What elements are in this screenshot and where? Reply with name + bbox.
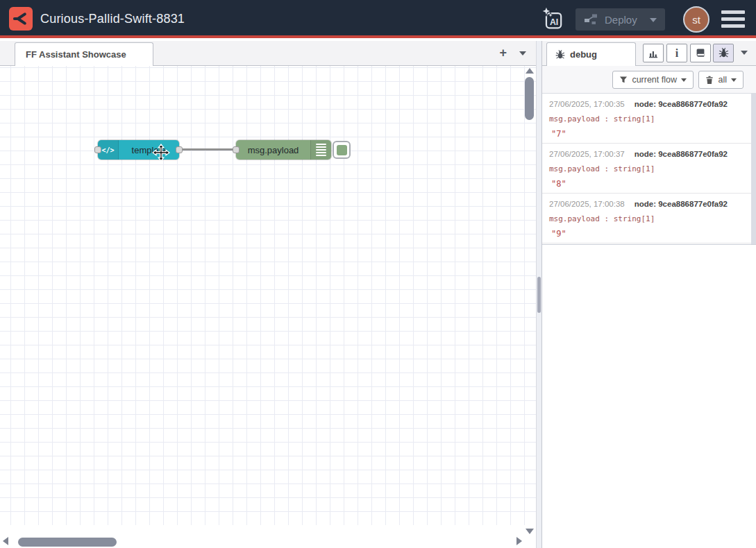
splitter-grip <box>537 277 541 313</box>
debug-message: 27/06/2025, 17:00:38node: 9cea886877e0fa… <box>542 194 756 243</box>
ai-assistant-button[interactable]: AI <box>539 6 567 34</box>
scroll-down-arrow[interactable] <box>526 529 534 534</box>
node-debug[interactable]: msg.payload <box>236 140 331 160</box>
flowfuse-logo[interactable] <box>9 7 33 31</box>
dashboard-tab-button[interactable] <box>643 44 664 62</box>
message-value: "7" <box>549 129 745 139</box>
user-avatar[interactable]: st <box>683 6 709 33</box>
debug-enable-toggle[interactable] <box>333 141 351 159</box>
deploy-options-caret[interactable] <box>650 18 657 22</box>
filter-label: current flow <box>632 75 677 85</box>
flow-canvas[interactable]: </> template msg.payload <box>0 66 536 548</box>
bug-icon <box>555 50 565 60</box>
sidebar-tabs-caret[interactable] <box>741 51 748 55</box>
flow-tab-label: FF Assistant Showcase <box>26 49 126 60</box>
clear-caret <box>731 78 737 82</box>
debug-list-icon <box>310 140 331 160</box>
deploy-nodes-icon <box>584 13 598 26</box>
main-menu-button[interactable] <box>721 10 745 28</box>
message-node-id: node: 9cea886877e0fa92 <box>635 200 728 208</box>
debug-message: 27/06/2025, 17:00:37node: 9cea886877e0fa… <box>542 144 756 194</box>
tab-debug[interactable]: debug <box>546 42 636 66</box>
node-red-editor: Curious-Pallid-Swift-8831 AI Deploy <box>0 0 756 548</box>
debug-message: 27/06/2025, 17:00:35node: 9cea886877e0fa… <box>542 94 756 144</box>
info-icon: i <box>675 48 678 59</box>
horizontal-scrollbar-thumb[interactable] <box>18 538 117 547</box>
message-property[interactable]: msg.payload : string[1] <box>549 214 745 223</box>
debug-list-scrollbar[interactable] <box>751 94 756 244</box>
ai-sparkle-icon: AI <box>540 6 566 33</box>
debug-input-port[interactable] <box>233 146 240 153</box>
message-timestamp: 27/06/2025, 17:00:37 <box>549 150 625 158</box>
message-timestamp: 27/06/2025, 17:00:38 <box>549 200 625 208</box>
template-output-port[interactable] <box>176 146 183 153</box>
filter-funnel-icon <box>619 76 628 84</box>
menu-bar <box>721 17 745 21</box>
menu-bar <box>721 10 745 14</box>
vertical-scrollbar-thumb[interactable] <box>525 77 534 120</box>
header: Curious-Pallid-Swift-8831 AI Deploy <box>0 0 756 38</box>
message-value: "9" <box>549 229 745 239</box>
clear-label: all <box>718 75 727 85</box>
message-node-id: node: 9cea886877e0fa92 <box>635 100 728 108</box>
bar-chart-icon <box>648 48 659 59</box>
node-label: msg.payload <box>236 145 310 155</box>
debug-message-list: 27/06/2025, 17:00:35node: 9cea886877e0fa… <box>542 94 756 245</box>
flow-tab[interactable]: FF Assistant Showcase <box>15 42 153 66</box>
help-tab-button[interactable] <box>690 44 711 62</box>
sidebar: debug i <box>541 41 756 548</box>
scroll-right-arrow[interactable] <box>516 537 522 545</box>
move-cursor-icon <box>152 144 170 162</box>
deploy-button[interactable]: Deploy <box>576 8 665 31</box>
scroll-up-arrow[interactable] <box>526 68 534 74</box>
sidebar-tab-label: debug <box>570 49 597 60</box>
debug-clear-button[interactable]: all <box>698 71 744 89</box>
wire-template-to-debug[interactable] <box>179 148 236 151</box>
workspace: FF Assistant Showcase + </> template msg… <box>0 41 536 548</box>
scroll-left-arrow[interactable] <box>3 537 8 545</box>
info-tab-button[interactable]: i <box>666 44 687 62</box>
add-flow-button[interactable]: + <box>499 46 507 60</box>
message-property[interactable]: msg.payload : string[1] <box>549 164 745 173</box>
svg-text:AI: AI <box>550 17 558 27</box>
flow-tab-bar: FF Assistant Showcase + <box>0 41 536 66</box>
book-icon <box>695 48 706 59</box>
debug-tab-button[interactable] <box>713 44 734 62</box>
debug-filter-button[interactable]: current flow <box>612 71 694 89</box>
message-property[interactable]: msg.payload : string[1] <box>549 114 745 123</box>
fork-icon <box>11 9 31 28</box>
sidebar-tab-bar: debug i <box>542 41 756 66</box>
debug-toolbar: current flow all <box>542 66 756 94</box>
instance-title: Curious-Pallid-Swift-8831 <box>40 0 185 38</box>
deploy-label: Deploy <box>605 14 637 26</box>
message-timestamp: 27/06/2025, 17:00:35 <box>549 100 625 108</box>
menu-bar <box>721 24 745 28</box>
filter-caret <box>681 78 687 82</box>
sidebar-splitter[interactable] <box>536 41 541 548</box>
trash-icon <box>705 76 714 85</box>
template-input-port[interactable] <box>94 146 101 153</box>
message-value: "8" <box>549 179 745 189</box>
canvas-grid <box>0 66 536 525</box>
message-node-id: node: 9cea886877e0fa92 <box>635 150 728 158</box>
bug-icon <box>719 48 729 58</box>
flow-list-caret[interactable] <box>519 51 526 55</box>
